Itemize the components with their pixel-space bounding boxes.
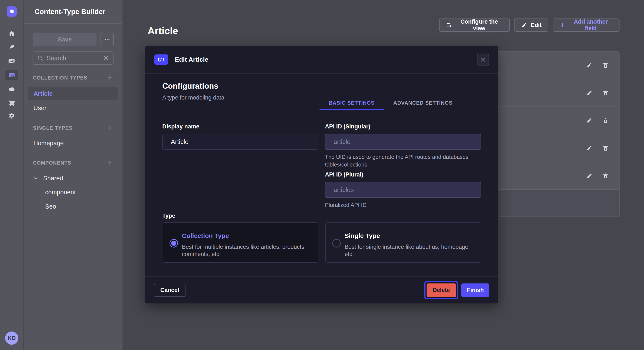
strapi-logo[interactable] (6, 6, 17, 16)
collection-type-option[interactable]: Collection Type Best for multiple instan… (163, 222, 318, 263)
configure-list-icon (446, 22, 452, 28)
close-modal-button[interactable] (477, 54, 489, 65)
single-type-option[interactable]: Single Type Best for single instance lik… (326, 222, 481, 263)
footer-actions: Delete Finish (424, 281, 490, 299)
edit-button[interactable]: Edit (514, 18, 548, 32)
api-id-singular-field: API ID (Singular) The UID is used to gen… (325, 123, 481, 169)
tab-basic-settings[interactable]: BASIC SETTINGS (320, 96, 384, 110)
pencil-icon (586, 145, 593, 152)
search-input[interactable] (47, 55, 100, 62)
plus-icon (560, 22, 566, 28)
tab-advanced-settings[interactable]: ADVANCED SETTINGS (384, 96, 462, 110)
single-type-title: Single Type (344, 232, 380, 239)
content-type-badge: CT (154, 54, 168, 65)
cloud-icon[interactable] (0, 83, 24, 95)
edit-field-button[interactable] (586, 172, 593, 179)
radio-selected-icon[interactable] (170, 239, 178, 247)
api-id-singular-label: API ID (Singular) (325, 123, 481, 130)
display-name-label: Display name (162, 123, 318, 130)
add-single-type-button[interactable] (106, 124, 114, 132)
page-title: Article (148, 25, 178, 37)
search-icon (37, 55, 43, 61)
delete-button-highlight-ring: Delete (424, 281, 458, 299)
pencil-icon (586, 173, 593, 179)
delete-field-button[interactable] (602, 89, 609, 97)
more-options-button[interactable] (100, 33, 114, 46)
trash-icon (602, 145, 609, 152)
main-nav-sidebar: KD (0, 0, 24, 350)
media-library-icon[interactable] (0, 55, 24, 67)
cancel-button[interactable]: Cancel (154, 284, 186, 297)
pencil-icon (521, 22, 527, 28)
type-label: Type (162, 213, 175, 219)
delete-field-button[interactable] (602, 62, 609, 69)
display-name-field: Display name (162, 123, 318, 150)
delete-field-button[interactable] (602, 145, 609, 152)
chevron-down-icon (33, 176, 38, 181)
add-another-field-label: Add another field (569, 18, 613, 32)
finish-button[interactable]: Finish (461, 283, 490, 297)
add-another-field-button[interactable]: Add another field (553, 18, 620, 32)
single-types-header: SINGLE TYPES (33, 125, 72, 131)
pencil-icon (586, 90, 593, 96)
marketplace-cart-icon[interactable] (0, 97, 24, 109)
api-id-plural-helper: Pluralized API ID (325, 201, 474, 209)
search-box (32, 51, 114, 65)
single-type-description: Best for single instance like about us, … (344, 243, 476, 258)
clear-search-icon[interactable] (103, 55, 109, 61)
save-button[interactable]: Save (33, 33, 96, 46)
modal-footer: Cancel Delete Finish (145, 276, 498, 303)
radio-unselected-icon[interactable] (332, 239, 341, 247)
edit-field-button[interactable] (586, 145, 593, 152)
modal-title: Edit Article (175, 56, 208, 63)
content-manager-feather-icon[interactable] (0, 41, 24, 53)
trash-icon (602, 90, 609, 96)
display-name-input[interactable] (162, 134, 318, 150)
delete-button[interactable]: Delete (426, 283, 456, 297)
modal-body: Configurations A type for modeling data … (162, 74, 481, 110)
sidebar-divider (0, 326, 24, 326)
sidebar-item-component[interactable]: component (45, 189, 76, 196)
user-avatar[interactable]: KD (5, 332, 18, 345)
add-component-button[interactable] (106, 159, 114, 167)
trash-icon (602, 173, 609, 179)
settings-tabs: BASIC SETTINGS ADVANCED SETTINGS (320, 96, 462, 110)
add-collection-type-button[interactable] (106, 74, 114, 81)
plus-icon (107, 125, 113, 131)
content-type-builder-panel: Content-Type Builder Save COLLECTION TYP… (24, 0, 122, 350)
single-types-section: SINGLE TYPES (33, 124, 114, 132)
edit-field-button[interactable] (586, 62, 593, 69)
delete-field-button[interactable] (602, 117, 609, 124)
edit-article-modal: CT Edit Article Configurations A type fo… (145, 46, 498, 303)
configurations-head: Configurations A type for modeling data … (162, 74, 481, 110)
pencil-icon (586, 62, 593, 69)
edit-field-button[interactable] (586, 117, 593, 124)
component-group-shared[interactable]: Shared (33, 175, 63, 182)
collection-types-section: COLLECTION TYPES (33, 74, 114, 81)
home-icon[interactable] (0, 28, 24, 39)
component-group-label: Shared (43, 175, 63, 182)
api-id-plural-input[interactable] (325, 182, 481, 198)
edit-field-button[interactable] (586, 89, 593, 97)
delete-field-button[interactable] (602, 172, 609, 179)
api-id-plural-field: API ID (Plural) Pluralized API ID (325, 172, 481, 209)
trash-icon (602, 62, 609, 69)
configure-view-button[interactable]: Configure the view (439, 18, 510, 32)
collection-type-description: Best for multiple instances like article… (182, 243, 314, 258)
header-actions: Configure the view Edit Add another fiel… (439, 18, 620, 32)
api-id-singular-input[interactable] (325, 134, 481, 150)
plus-icon (107, 75, 113, 81)
sidebar-item-article[interactable]: Article (28, 87, 118, 100)
collection-types-header: COLLECTION TYPES (33, 75, 87, 81)
components-section: COMPONENTS (33, 159, 114, 167)
configurations-subtitle: A type for modeling data (162, 94, 224, 101)
sidebar-item-user[interactable]: User (28, 101, 118, 115)
sidebar-item-homepage[interactable]: Homepage (28, 136, 118, 150)
settings-gear-icon[interactable] (0, 110, 24, 122)
close-icon (480, 57, 486, 62)
trash-icon (602, 117, 609, 124)
components-header: COMPONENTS (33, 160, 71, 166)
configure-view-label: Configure the view (455, 18, 503, 32)
content-type-builder-icon[interactable] (5, 70, 18, 80)
sidebar-item-seo[interactable]: Seo (45, 203, 56, 210)
